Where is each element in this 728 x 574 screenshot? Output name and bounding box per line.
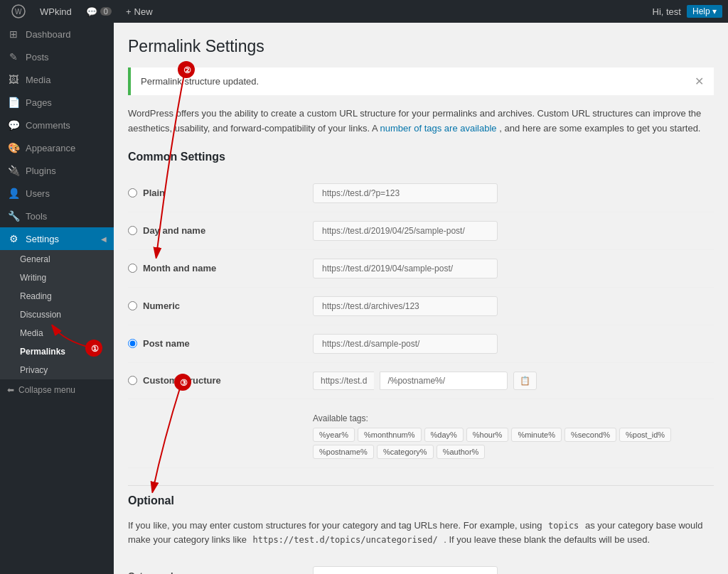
postname-radio-label[interactable]: Post name bbox=[128, 338, 299, 349]
site-name: WPkind bbox=[40, 6, 72, 17]
sidebar-label-settings: Settings bbox=[26, 234, 59, 244]
dayname-radio[interactable] bbox=[128, 226, 137, 235]
sidebar-item-users[interactable]: 👤 Users bbox=[0, 182, 114, 205]
sidebar-item-tools[interactable]: 🔧 Tools bbox=[0, 205, 114, 227]
sidebar-item-media[interactable]: 🖼 Media bbox=[0, 68, 114, 91]
tag-year[interactable]: %year% bbox=[313, 428, 355, 442]
tag-category[interactable]: %category% bbox=[377, 445, 434, 459]
collapse-label: Collapse menu bbox=[18, 385, 75, 395]
permalink-options-table: Plain https://test.d/?p=123 Day and name bbox=[128, 175, 714, 468]
sidebar-label-plugins: Plugins bbox=[26, 166, 56, 176]
tag-day[interactable]: %day% bbox=[424, 428, 464, 442]
table-row: Post name https://test.d/sample-post/ bbox=[128, 325, 714, 362]
svg-text:W: W bbox=[15, 8, 22, 16]
submenu-discussion[interactable]: Discussion bbox=[0, 305, 114, 324]
submenu-media[interactable]: Media bbox=[0, 324, 114, 342]
optional-code1: topics bbox=[545, 520, 582, 531]
table-row: Plain https://test.d/?p=123 bbox=[128, 175, 714, 212]
numeric-radio-label[interactable]: Numeric bbox=[128, 300, 299, 311]
wp-logo-icon: W bbox=[11, 4, 26, 18]
sidebar-label-tools: Tools bbox=[26, 211, 47, 222]
dashboard-icon: ⊞ bbox=[7, 28, 20, 40]
monthname-url: https://test.d/2019/04/sample-post/ bbox=[313, 259, 498, 278]
tag-author[interactable]: %author% bbox=[437, 445, 486, 459]
table-row: Category base bbox=[128, 559, 714, 574]
optional-fields-table: Category base Tag base bbox=[128, 559, 714, 574]
tag-postname[interactable]: %postname% bbox=[313, 445, 374, 459]
tag-second[interactable]: %second% bbox=[564, 428, 616, 442]
table-row: Available tags: %year% %monthnum% %day% … bbox=[128, 399, 714, 467]
custom-url-prefix: https://test.d bbox=[313, 372, 374, 390]
sidebar-label-users: Users bbox=[26, 188, 50, 199]
optional-code2: https://test.d/topics/uncategorised/ bbox=[250, 534, 441, 546]
custom-structure-input[interactable] bbox=[380, 372, 508, 390]
monthname-radio[interactable] bbox=[128, 264, 137, 273]
media-icon: 🖼 bbox=[7, 74, 20, 85]
site-name-item[interactable]: WPkind bbox=[34, 6, 77, 17]
collapse-menu-button[interactable]: ⬅ Collapse menu bbox=[0, 379, 114, 401]
sidebar-item-plugins[interactable]: 🔌 Plugins bbox=[0, 159, 114, 182]
sidebar-label-posts: Posts bbox=[26, 52, 49, 63]
sidebar-label-dashboard: Dashboard bbox=[26, 29, 71, 40]
posts-icon: ✎ bbox=[7, 51, 20, 63]
submenu-privacy[interactable]: Privacy bbox=[0, 361, 114, 379]
hi-user-text: Hi, test bbox=[653, 6, 681, 17]
help-button[interactable]: Help ▾ bbox=[687, 5, 722, 18]
common-settings-title: Common Settings bbox=[128, 151, 714, 163]
numeric-url: https://test.d/archives/123 bbox=[313, 296, 498, 316]
postname-radio[interactable] bbox=[128, 339, 137, 348]
main-content: Permalink Settings Permalink structure u… bbox=[114, 23, 728, 574]
numeric-radio[interactable] bbox=[128, 301, 137, 310]
custom-copy-button[interactable]: 📋 bbox=[513, 372, 537, 390]
plain-radio[interactable] bbox=[128, 188, 137, 197]
notice-close-button[interactable]: ✕ bbox=[695, 75, 704, 88]
description-text: WordPress offers you the ability to crea… bbox=[128, 107, 714, 136]
sidebar-label-comments: Comments bbox=[26, 120, 70, 131]
optional-section: Optional If you like, you may enter cust… bbox=[128, 485, 714, 574]
dayname-radio-label[interactable]: Day and name bbox=[128, 225, 299, 236]
table-row: Day and name https://test.d/2019/04/25/s… bbox=[128, 212, 714, 249]
success-notice: Permalink structure updated. ✕ bbox=[128, 67, 714, 95]
sidebar: ⊞ Dashboard ✎ Posts 🖼 Media 📄 Pages 💬 Co… bbox=[0, 23, 114, 574]
optional-title: Optional bbox=[128, 485, 714, 507]
tag-hour[interactable]: %hour% bbox=[466, 428, 509, 442]
settings-icon: ⚙ bbox=[7, 233, 20, 244]
plain-radio-label[interactable]: Plain bbox=[128, 188, 299, 198]
sidebar-item-settings[interactable]: ⚙ Settings ◀ bbox=[0, 227, 114, 250]
tools-icon: 🔧 bbox=[7, 210, 20, 222]
tags-available-link[interactable]: number of tags are available bbox=[380, 123, 497, 134]
sidebar-item-dashboard[interactable]: ⊞ Dashboard bbox=[0, 23, 114, 45]
custom-radio-label[interactable]: Custom Structure bbox=[128, 375, 299, 386]
submenu-writing[interactable]: Writing bbox=[0, 269, 114, 287]
page-title: Permalink Settings bbox=[128, 37, 714, 56]
tag-monthnum[interactable]: %monthnum% bbox=[358, 428, 422, 442]
custom-radio[interactable] bbox=[128, 376, 137, 385]
sidebar-item-comments[interactable]: 💬 Comments bbox=[0, 114, 114, 136]
optional-description: If you like, you may enter custom struct… bbox=[128, 519, 714, 548]
appearance-icon: 🎨 bbox=[7, 142, 20, 153]
tag-post-id[interactable]: %post_id% bbox=[619, 428, 671, 442]
comment-icon: 💬 bbox=[86, 6, 97, 17]
tag-minute[interactable]: %minute% bbox=[511, 428, 562, 442]
sidebar-item-pages[interactable]: 📄 Pages bbox=[0, 91, 114, 114]
dayname-url: https://test.d/2019/04/25/sample-post/ bbox=[313, 221, 498, 241]
comments-item[interactable]: 💬 0 bbox=[80, 6, 117, 17]
collapse-icon: ⬅ bbox=[7, 385, 14, 395]
postname-url: https://test.d/sample-post/ bbox=[313, 334, 498, 354]
settings-arrow: ◀ bbox=[101, 235, 107, 243]
category-base-input[interactable] bbox=[313, 566, 498, 574]
plus-icon: + bbox=[126, 6, 132, 17]
submenu-general[interactable]: General bbox=[0, 250, 114, 269]
new-item[interactable]: + New bbox=[120, 6, 159, 17]
table-row: Numeric https://test.d/archives/123 bbox=[128, 287, 714, 325]
monthname-radio-label[interactable]: Month and name bbox=[128, 263, 299, 274]
comments-icon: 💬 bbox=[7, 119, 20, 131]
submenu-reading[interactable]: Reading bbox=[0, 287, 114, 305]
wp-logo-item[interactable]: W bbox=[6, 4, 31, 18]
sidebar-label-media: Media bbox=[26, 75, 50, 85]
submenu-permalinks[interactable]: Permalinks bbox=[0, 342, 114, 361]
sidebar-label-appearance: Appearance bbox=[26, 143, 75, 153]
settings-submenu: General Writing Reading Discussion Media… bbox=[0, 250, 114, 379]
sidebar-item-appearance[interactable]: 🎨 Appearance bbox=[0, 136, 114, 159]
sidebar-item-posts[interactable]: ✎ Posts bbox=[0, 45, 114, 68]
